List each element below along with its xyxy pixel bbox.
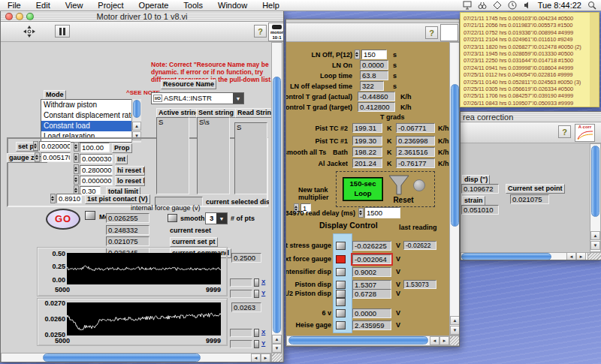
minimize-button[interactable]	[16, 13, 23, 20]
sticky-note-log[interactable]: 07/21/11 1745 hrs 0.009103"/0.004234 #05…	[460, 12, 599, 107]
area-scroll-down-icon[interactable]: ▼	[590, 241, 600, 250]
first-contact-spinner[interactable]	[50, 194, 56, 203]
mode-list-scrollbar[interactable]: ▲ ▼	[131, 99, 141, 143]
num-pts-dropdown[interactable]: 3 ▼	[205, 212, 228, 224]
resource-dropdown-arrow-icon[interactable]: ▼	[233, 93, 243, 104]
loop-resize-grip[interactable]	[449, 335, 460, 346]
menu-item-help[interactable]: Help	[255, 1, 287, 10]
hi-reset-input[interactable]: 0.280000	[80, 165, 113, 175]
run-icon[interactable]	[23, 26, 35, 38]
smooth-button[interactable]	[168, 214, 177, 222]
motor-scroll-left-icon[interactable]: ◄	[251, 353, 261, 362]
display-toggle-button[interactable]	[336, 290, 346, 298]
menu-item-project[interactable]: Project	[90, 1, 131, 10]
area-vi-icon[interactable]: A corr	[575, 124, 595, 142]
area-scroll-up-icon[interactable]: ▲	[590, 231, 600, 240]
set-pt-input[interactable]: 0.020000	[39, 141, 71, 151]
graph2-x-scale-label[interactable]: X	[261, 329, 265, 335]
int-input[interactable]: 0.000030	[80, 154, 113, 164]
motor-hscroll-thumb[interactable]	[43, 353, 201, 362]
loop-hscroll-thumb[interactable]	[288, 336, 428, 344]
area-vertical-scrollbar[interactable]: ▲ ▼	[590, 143, 601, 252]
graph2-y-scale-lock-icon[interactable]	[254, 340, 259, 348]
display-toggle-button[interactable]	[336, 309, 346, 317]
motor-resize-grip[interactable]	[271, 353, 282, 362]
funnel-icon[interactable]	[388, 174, 409, 197]
mode-item[interactable]: Constant load	[41, 121, 140, 131]
area-help-button[interactable]: ?	[558, 125, 571, 138]
menu-item-window[interactable]: Window	[210, 1, 255, 10]
loop-horizontal-scrollbar[interactable]: ◄ ►	[286, 335, 449, 346]
set-pt-spinner[interactable]	[33, 141, 38, 151]
mode-item[interactable]: Withdraw piston	[41, 100, 140, 110]
binoculars-icon[interactable]	[478, 1, 487, 10]
lo-reset-input[interactable]: 0.000000	[80, 176, 113, 185]
read-delay-spinner[interactable]	[358, 208, 364, 218]
area-horizontal-scrollbar[interactable]: ◄ ►	[461, 252, 601, 260]
display-toggle-button[interactable]	[336, 321, 346, 329]
menu-item-tools[interactable]: Tools	[176, 1, 210, 10]
menu-item-file[interactable]: File	[0, 1, 29, 10]
graph1-x-scale-label[interactable]: X	[261, 278, 265, 285]
display-icon[interactable]	[463, 1, 472, 10]
loop-scroll-up-icon[interactable]: ▲	[450, 316, 460, 325]
menu-item-edit[interactable]: Edit	[29, 1, 58, 10]
menu-item-view[interactable]: View	[58, 1, 91, 10]
mode-item[interactable]: Constant displacement rate	[41, 110, 140, 121]
area-vscroll-thumb[interactable]	[591, 146, 599, 217]
area-title-bar[interactable]: rea correction	[461, 112, 601, 122]
sticky-scroll-strip[interactable]	[590, 13, 599, 107]
graph2-y-scale-label[interactable]: Y	[261, 340, 265, 347]
display-toggle-button[interactable]	[336, 281, 346, 289]
area-scroll-left-icon[interactable]: ◄	[566, 252, 576, 260]
gauge-zero-spinner[interactable]	[35, 152, 40, 162]
motor-horizontal-scrollbar[interactable]: ◄ ►	[1, 353, 271, 362]
area-scroll-right-icon[interactable]: ►	[576, 252, 586, 260]
volume-icon[interactable]	[523, 1, 532, 10]
read-delay-input[interactable]: 1500	[364, 207, 400, 218]
loop-scroll-down-icon[interactable]: ▼	[450, 326, 460, 335]
pause-button[interactable]	[55, 25, 70, 38]
first-contact-input[interactable]: 0.8910	[56, 194, 82, 203]
loop-row-spinner[interactable]	[355, 50, 360, 59]
graph1-y-scale-lock-icon[interactable]	[254, 290, 259, 298]
loop-vi-icon[interactable]	[440, 24, 458, 41]
menu-item-operate[interactable]: Operate	[131, 1, 177, 10]
display-toggle-button[interactable]	[336, 268, 346, 276]
loop-vertical-scrollbar[interactable]: ▲ ▼	[449, 42, 460, 335]
loop-vscroll-thumb[interactable]	[451, 84, 459, 227]
display-toggle-button[interactable]	[336, 255, 346, 263]
loop-150sec-button[interactable]: 150-sec Loop	[343, 178, 382, 200]
motor-vscroll-thumb[interactable]	[273, 77, 281, 333]
motor-scroll-up-icon[interactable]: ▲	[272, 335, 282, 344]
motor-vertical-scrollbar[interactable]: ▲ ▼	[271, 42, 282, 353]
hi-reset-spinner[interactable]	[74, 164, 79, 174]
resource-dropdown[interactable]: I/O ASRL4::INSTR ▼	[151, 92, 244, 104]
close-button[interactable]	[5, 13, 13, 20]
spotlight-icon[interactable]	[587, 1, 596, 10]
prop-input[interactable]: 100.00	[80, 143, 110, 152]
mode-scroll-up-icon[interactable]: ▲	[132, 122, 141, 131]
loop-scroll-right-icon[interactable]: ►	[439, 336, 449, 345]
loop-row-value[interactable]: 150	[361, 50, 387, 59]
motor-running-button[interactable]	[85, 211, 95, 220]
display-toggle-button[interactable]	[336, 242, 346, 250]
mode-scroll-thumb[interactable]	[133, 100, 140, 118]
loop-scroll-left-icon[interactable]: ◄	[430, 336, 439, 345]
int-spinner[interactable]	[74, 153, 79, 163]
menu-clock[interactable]: Tue 8:44:22	[538, 1, 581, 10]
prop-spinner[interactable]	[74, 142, 79, 152]
motor-title-bar[interactable]: Motor driver 10 to 1 v8.vi	[1, 11, 283, 22]
num-pts-dropdown-arrow-icon[interactable]: ▼	[216, 213, 227, 224]
loop-help-button[interactable]: ?	[425, 26, 438, 39]
motor-scroll-down-icon[interactable]: ▼	[272, 344, 282, 353]
gauge-zero-input[interactable]: 0.005170	[41, 152, 71, 162]
motor-vi-icon[interactable]: motor 10:1	[268, 23, 284, 41]
motor-scroll-right-icon[interactable]: ►	[261, 353, 270, 362]
go-button[interactable]: GO	[46, 209, 80, 230]
lo-reset-spinner[interactable]	[74, 175, 79, 185]
graph2-x-scale-lock-icon[interactable]	[254, 329, 259, 337]
graph1-y-scale-label[interactable]: Y	[261, 290, 265, 296]
diamond-icon[interactable]	[493, 1, 502, 10]
display-toggle-button[interactable]	[336, 298, 346, 306]
